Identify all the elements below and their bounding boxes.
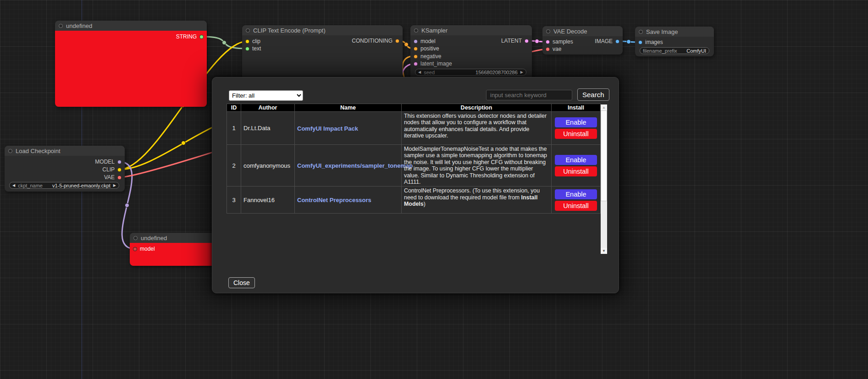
input-label: positive bbox=[420, 45, 439, 52]
output-label: STRING bbox=[176, 33, 197, 40]
node-ksampler[interactable]: KSampler model positive negative latent_… bbox=[410, 25, 532, 80]
input-label: vae bbox=[553, 46, 561, 52]
widget-label: filename_prefix bbox=[643, 48, 677, 54]
filename-prefix-widget[interactable]: filename_prefix ComfyUI bbox=[640, 47, 709, 54]
node-title: KSampler bbox=[421, 27, 448, 34]
output-slot-model[interactable] bbox=[117, 160, 122, 164]
cell-description: ModelSamplerTonemapNoiseTest a node that… bbox=[402, 145, 552, 187]
collapse-dot-icon[interactable] bbox=[8, 149, 12, 153]
scrollbar-thumb[interactable] bbox=[601, 110, 607, 201]
input-slot-samples[interactable] bbox=[546, 40, 550, 44]
header-description: Description bbox=[402, 104, 552, 112]
node-undefined-top[interactable]: undefined STRING bbox=[55, 21, 207, 107]
input-slot-model[interactable] bbox=[414, 39, 418, 44]
node-title: Load Checkpoint bbox=[16, 148, 61, 154]
node-header[interactable]: Save Image bbox=[635, 27, 714, 37]
node-header[interactable]: VAE Decode bbox=[542, 26, 623, 36]
cell-install: Enable Uninstall bbox=[552, 112, 601, 145]
cell-id: 3 bbox=[227, 187, 241, 214]
collapse-dot-icon[interactable] bbox=[414, 28, 418, 33]
input-label: text bbox=[252, 45, 261, 52]
output-slot-latent[interactable] bbox=[525, 39, 529, 43]
input-slot-vae[interactable] bbox=[546, 47, 550, 51]
input-label: images bbox=[645, 39, 663, 45]
node-title: undefined bbox=[66, 22, 92, 29]
output-label: CLIP bbox=[102, 166, 115, 173]
seed-widget[interactable]: ◀ seed 156680208700286 ▶ bbox=[415, 69, 526, 76]
collapse-dot-icon[interactable] bbox=[546, 29, 550, 33]
node-vae-decode[interactable]: VAE Decode samples vae IMAGE bbox=[542, 26, 623, 55]
extensions-table-container: ID Author Name Description Install 1 Dr.… bbox=[227, 104, 607, 254]
table-row: 2 comfyanonymous ComfyUI_experiments/sam… bbox=[227, 145, 601, 187]
extensions-table: ID Author Name Description Install 1 Dr.… bbox=[227, 104, 601, 214]
cell-author: Fannovel16 bbox=[241, 187, 295, 214]
cell-install: Enable Uninstall bbox=[552, 145, 601, 187]
node-load-checkpoint[interactable]: Load Checkpoint MODEL CLIP VAE ◀ ckpt_na… bbox=[5, 146, 125, 192]
cell-author: Dr.Lt.Data bbox=[241, 112, 295, 145]
extension-link[interactable]: ComfyUI_experiments/sampler_tonemap bbox=[297, 162, 413, 169]
cell-description: ControlNet Preprocessors. (To use this e… bbox=[402, 187, 552, 214]
enable-button[interactable]: Enable bbox=[555, 155, 597, 165]
node-header[interactable]: CLIP Text Encode (Prompt) bbox=[242, 25, 403, 35]
filter-select[interactable]: Filter: all bbox=[229, 90, 303, 101]
enable-button[interactable]: Enable bbox=[555, 117, 597, 127]
output-label: LATENT bbox=[501, 38, 522, 44]
widget-value[interactable]: ComfyUI bbox=[686, 48, 706, 54]
scroll-up-icon[interactable]: ▲ bbox=[601, 104, 607, 110]
node-header[interactable]: undefined bbox=[130, 233, 221, 243]
table-header-row: ID Author Name Description Install bbox=[227, 104, 601, 112]
output-slot-string[interactable] bbox=[199, 35, 204, 39]
uninstall-button[interactable]: Uninstall bbox=[555, 129, 597, 139]
node-save-image[interactable]: Save Image images filename_prefix ComfyU… bbox=[635, 27, 714, 56]
decrement-arrow-icon[interactable]: ◀ bbox=[12, 184, 15, 187]
node-header[interactable]: KSampler bbox=[410, 25, 532, 35]
uninstall-button[interactable]: Uninstall bbox=[555, 166, 597, 176]
collapse-dot-icon[interactable] bbox=[133, 236, 138, 240]
input-label: negative bbox=[420, 53, 441, 60]
search-input[interactable] bbox=[486, 90, 572, 100]
node-canvas[interactable]: undefined STRING CLIP Text Encode (Promp… bbox=[0, 0, 868, 379]
input-slot-model[interactable] bbox=[133, 247, 137, 251]
cell-author: comfyanonymous bbox=[241, 145, 295, 187]
input-slot-negative[interactable] bbox=[414, 55, 418, 59]
cell-description: This extension offers various detector n… bbox=[402, 112, 552, 145]
cell-install: Enable Uninstall bbox=[552, 187, 601, 214]
output-slot-vae[interactable] bbox=[117, 176, 122, 180]
output-label: IMAGE bbox=[595, 38, 613, 44]
collapse-dot-icon[interactable] bbox=[639, 30, 643, 34]
ckpt-name-widget[interactable]: ◀ ckpt_name v1-5-pruned-emaonly.ckpt ▶ bbox=[9, 182, 119, 189]
input-slot-positive[interactable] bbox=[414, 47, 418, 51]
output-slot-clip[interactable] bbox=[117, 168, 122, 172]
output-slot-conditioning[interactable] bbox=[395, 39, 399, 43]
table-row: 1 Dr.Lt.Data ComfyUI Impact Pack This ex… bbox=[227, 112, 601, 145]
node-header[interactable]: undefined bbox=[55, 21, 207, 31]
input-slot-latent-image[interactable] bbox=[414, 62, 418, 66]
node-title: undefined bbox=[141, 235, 167, 242]
extension-link[interactable]: ControlNet Preprocessors bbox=[297, 197, 371, 203]
widget-label: seed bbox=[424, 70, 435, 75]
close-button[interactable]: Close bbox=[228, 277, 255, 288]
enable-button[interactable]: Enable bbox=[555, 189, 597, 199]
extension-link[interactable]: ComfyUI Impact Pack bbox=[297, 125, 358, 132]
collapse-dot-icon[interactable] bbox=[246, 28, 250, 33]
uninstall-button[interactable]: Uninstall bbox=[555, 201, 597, 211]
node-title: Save Image bbox=[646, 28, 678, 35]
output-slot-image[interactable] bbox=[615, 39, 619, 44]
input-slot-images[interactable] bbox=[638, 40, 642, 44]
node-undefined-bottom[interactable]: undefined model bbox=[130, 233, 221, 266]
input-slot-text[interactable] bbox=[245, 47, 249, 51]
collapse-dot-icon[interactable] bbox=[59, 24, 63, 28]
widget-value[interactable]: v1-5-pruned-emaonly.ckpt bbox=[52, 183, 111, 188]
search-button[interactable]: Search bbox=[577, 88, 609, 101]
widget-value[interactable]: 156680208700286 bbox=[475, 70, 518, 75]
increment-arrow-icon[interactable]: ▶ bbox=[520, 71, 523, 74]
scroll-down-icon[interactable]: ▼ bbox=[601, 248, 607, 254]
table-scrollbar[interactable]: ▲ ▼ bbox=[601, 104, 607, 254]
node-header[interactable]: Load Checkpoint bbox=[5, 146, 125, 156]
cell-id: 1 bbox=[227, 112, 241, 145]
increment-arrow-icon[interactable]: ▶ bbox=[113, 184, 116, 187]
header-name: Name bbox=[295, 104, 402, 112]
custom-nodes-manager-dialog: Filter: all Search ID Author Name Descri… bbox=[212, 77, 619, 293]
decrement-arrow-icon[interactable]: ◀ bbox=[418, 71, 421, 74]
input-slot-clip[interactable] bbox=[245, 39, 249, 44]
